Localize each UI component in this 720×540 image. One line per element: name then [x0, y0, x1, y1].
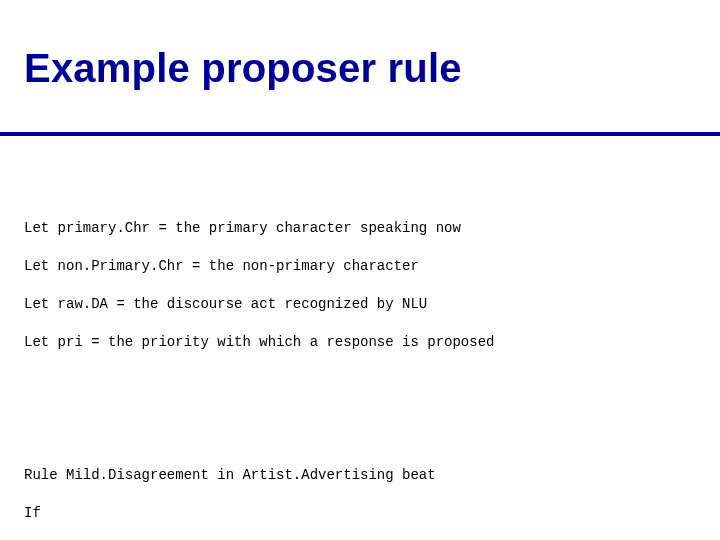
- rule-code-block: Let primary.Chr = the primary character …: [24, 162, 696, 540]
- slide: Example proposer rule Let primary.Chr = …: [0, 0, 720, 540]
- code-line: Let non.Primary.Chr = the non-primary ch…: [24, 257, 696, 276]
- rule-body: Rule Mild.Disagreement in Artist.Adverti…: [24, 447, 696, 540]
- code-line: Let raw.DA = the discourse act recognize…: [24, 295, 696, 314]
- let-definitions: Let primary.Chr = the primary character …: [24, 200, 696, 390]
- code-line: Rule Mild.Disagreement in Artist.Adverti…: [24, 466, 696, 485]
- title-underline: [0, 132, 720, 136]
- code-line: Let pri = the priority with which a resp…: [24, 333, 696, 352]
- code-line: If: [24, 504, 696, 523]
- slide-title: Example proposer rule: [24, 46, 462, 91]
- code-line: Let primary.Chr = the primary character …: [24, 219, 696, 238]
